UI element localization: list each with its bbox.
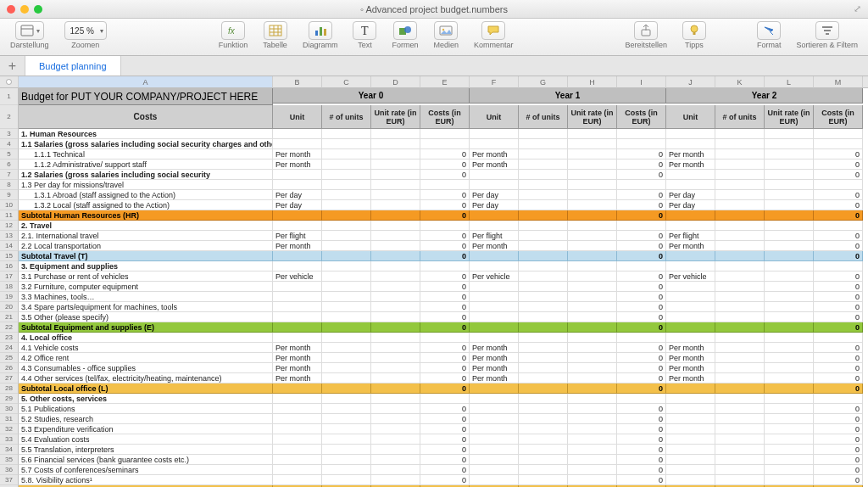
cost-cell[interactable]: 0 bbox=[617, 241, 666, 251]
nunits-cell[interactable] bbox=[322, 282, 371, 292]
rate-cell[interactable] bbox=[765, 221, 814, 231]
unit-cell[interactable] bbox=[273, 302, 322, 312]
rate-cell[interactable] bbox=[371, 231, 420, 241]
cost-cell[interactable]: 0 bbox=[420, 434, 470, 445]
cost-cell[interactable]: 0 bbox=[420, 445, 470, 455]
cost-cell[interactable]: 0 bbox=[420, 210, 470, 221]
row-header[interactable]: 2 bbox=[0, 105, 19, 129]
row-label[interactable]: 5.3 Expenditure verification bbox=[19, 424, 273, 434]
cost-cell[interactable] bbox=[814, 333, 863, 343]
unit-cell[interactable] bbox=[666, 424, 715, 434]
unit-cell[interactable] bbox=[666, 322, 715, 333]
cost-cell[interactable]: 0 bbox=[617, 231, 666, 241]
rate-cell[interactable] bbox=[371, 139, 420, 149]
nunits-cell[interactable] bbox=[322, 139, 371, 149]
year0-header[interactable]: Year 0 bbox=[273, 88, 470, 104]
rate-cell[interactable] bbox=[371, 455, 420, 465]
rate-cell[interactable] bbox=[765, 200, 814, 210]
nunits-cell[interactable] bbox=[715, 282, 765, 292]
cost-cell[interactable]: 0 bbox=[617, 160, 666, 170]
unit-cell[interactable] bbox=[666, 404, 715, 414]
unit-cell[interactable] bbox=[666, 302, 715, 312]
unit-cell[interactable] bbox=[666, 383, 715, 394]
nunits-cell[interactable] bbox=[519, 475, 568, 485]
nunits-cell[interactable] bbox=[519, 455, 568, 465]
unit-cell[interactable]: Per month bbox=[666, 373, 715, 383]
unit-cell[interactable]: Per month bbox=[666, 149, 715, 160]
row-label[interactable]: 1. Human Resources bbox=[19, 129, 273, 139]
unit-cell[interactable]: Per day bbox=[470, 190, 519, 200]
rate-cell[interactable] bbox=[765, 129, 814, 139]
row-label[interactable]: 1.1.2 Administrative/ support staff bbox=[19, 160, 273, 170]
nunits-cell[interactable] bbox=[715, 221, 765, 231]
row-header[interactable]: 10 bbox=[0, 200, 19, 210]
cost-cell[interactable]: 0 bbox=[814, 363, 863, 373]
nunits-cell[interactable] bbox=[715, 363, 765, 373]
rate-cell[interactable] bbox=[765, 343, 814, 353]
column-header[interactable]: D bbox=[371, 76, 420, 88]
nunits-cell[interactable] bbox=[715, 445, 765, 455]
row-header[interactable]: 26 bbox=[0, 363, 19, 373]
cost-cell[interactable] bbox=[420, 180, 470, 190]
nunits-cell[interactable] bbox=[519, 231, 568, 241]
cost-cell[interactable]: 0 bbox=[420, 190, 470, 200]
rate-cell[interactable] bbox=[765, 210, 814, 221]
unit-cell[interactable] bbox=[273, 322, 322, 333]
nunits-cell[interactable] bbox=[519, 353, 568, 363]
rate-cell[interactable] bbox=[568, 434, 617, 445]
unit-cell[interactable] bbox=[470, 312, 519, 322]
cost-cell[interactable]: 0 bbox=[814, 404, 863, 414]
row-label[interactable]: 1.3 Per day for missions/travel bbox=[19, 180, 273, 190]
select-all-corner[interactable] bbox=[0, 76, 19, 88]
unit-cell[interactable]: Per month bbox=[470, 160, 519, 170]
row-header[interactable]: 24 bbox=[0, 343, 19, 353]
row-header[interactable]: 30 bbox=[0, 404, 19, 414]
nunits-cell[interactable] bbox=[519, 200, 568, 210]
nunits-cell[interactable] bbox=[519, 221, 568, 231]
cost-cell[interactable]: 0 bbox=[420, 424, 470, 434]
nunits-cell[interactable] bbox=[519, 190, 568, 200]
unit-cell[interactable]: Per month bbox=[470, 343, 519, 353]
rate-cell[interactable] bbox=[568, 160, 617, 170]
cost-cell[interactable]: 0 bbox=[617, 251, 666, 261]
nunits-cell[interactable] bbox=[322, 414, 371, 424]
unit-cell[interactable]: Per day bbox=[666, 200, 715, 210]
unit-cell[interactable]: Per vehicle bbox=[666, 271, 715, 282]
nunits-cell[interactable] bbox=[715, 343, 765, 353]
cost-cell[interactable]: 0 bbox=[420, 251, 470, 261]
rate-cell[interactable] bbox=[765, 241, 814, 251]
nunits-cell[interactable] bbox=[519, 170, 568, 180]
unit-cell[interactable]: Per month bbox=[666, 363, 715, 373]
cost-cell[interactable]: 0 bbox=[420, 373, 470, 383]
row-label[interactable]: 5.1 Publications bbox=[19, 404, 273, 414]
cost-cell[interactable]: 0 bbox=[420, 465, 470, 475]
column-header[interactable]: C bbox=[322, 76, 371, 88]
rate-cell[interactable] bbox=[371, 129, 420, 139]
unit-cell[interactable] bbox=[470, 251, 519, 261]
row-label[interactable]: Subtotal Equipment and supplies (E) bbox=[19, 322, 273, 333]
nunits-cell[interactable] bbox=[519, 160, 568, 170]
unit-cell[interactable] bbox=[273, 251, 322, 261]
table-button[interactable] bbox=[264, 21, 287, 40]
nunits-cell[interactable] bbox=[322, 424, 371, 434]
cost-cell[interactable]: 0 bbox=[814, 302, 863, 312]
nunits-cell[interactable] bbox=[519, 465, 568, 475]
rate-cell[interactable] bbox=[568, 302, 617, 312]
row-label[interactable]: 4.1 Vehicle costs bbox=[19, 343, 273, 353]
rate-cell[interactable] bbox=[371, 200, 420, 210]
subheader[interactable]: Unit bbox=[470, 105, 519, 129]
nunits-cell[interactable] bbox=[715, 190, 765, 200]
text-button[interactable]: T bbox=[353, 21, 376, 40]
row-header[interactable]: 8 bbox=[0, 180, 19, 190]
shapes-button[interactable] bbox=[393, 21, 417, 40]
nunits-cell[interactable] bbox=[715, 404, 765, 414]
rate-cell[interactable] bbox=[568, 292, 617, 302]
rate-cell[interactable] bbox=[568, 190, 617, 200]
cost-cell[interactable]: 0 bbox=[814, 190, 863, 200]
nunits-cell[interactable] bbox=[519, 261, 568, 271]
unit-cell[interactable]: Per month bbox=[273, 363, 322, 373]
nunits-cell[interactable] bbox=[322, 404, 371, 414]
rate-cell[interactable] bbox=[371, 271, 420, 282]
unit-cell[interactable] bbox=[666, 394, 715, 404]
rate-cell[interactable] bbox=[568, 455, 617, 465]
